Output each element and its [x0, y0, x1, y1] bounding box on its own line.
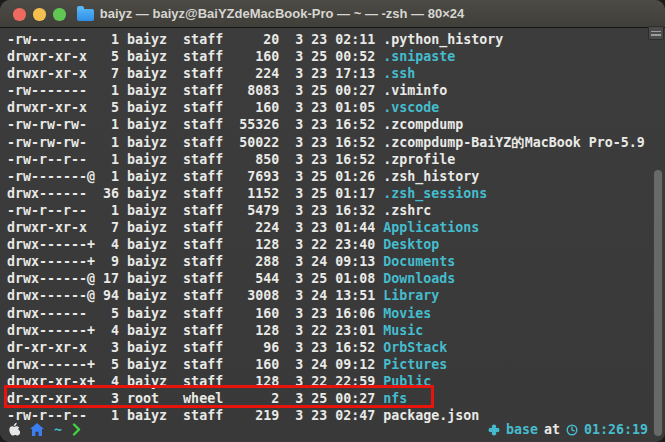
directory-name: OrbStack: [383, 340, 447, 355]
file-row-meta: drwx------+ 4 baiyz staff 128 3 22 23:01: [7, 323, 383, 338]
file-name: .zcompdump: [383, 117, 463, 132]
file-row-meta: -rw-rw-rw- 1 baiyz staff 50022 3 23 16:5…: [7, 135, 383, 150]
file-row: drwxr-xr-x 5 baiyz staff 160 3 25 00:52 …: [7, 48, 665, 65]
directory-name: .ssh: [383, 66, 415, 81]
home-icon: [30, 423, 44, 436]
file-row-meta: -rw-------@ 1 baiyz staff 7693 3 25 01:2…: [7, 169, 383, 184]
file-name: .python_history: [383, 32, 503, 47]
file-row-meta: drwx------@ 94 baiyz staff 3008 3 24 13:…: [7, 288, 383, 303]
file-row-meta: drwxr-xr-x 5 baiyz staff 160 3 23 01:05: [7, 100, 383, 115]
prompt-time: 01:26:19: [584, 422, 648, 437]
file-row: drwx------+ 4 baiyz staff 128 3 22 23:40…: [7, 236, 665, 253]
window-title: baiyz — baiyz@BaiYZdeMacBook-Pro — ~ — -…: [100, 6, 465, 21]
close-button[interactable]: [13, 8, 26, 21]
file-name: .zsh_history: [383, 169, 479, 184]
title-bar[interactable]: baiyz — baiyz@BaiYZdeMacBook-Pro — ~ — -…: [0, 0, 665, 28]
file-row: -rw-r--r-- 1 baiyz staff 850 3 23 16:52 …: [7, 151, 665, 168]
conda-flower-icon: [488, 424, 500, 436]
file-row-meta: dr-xr-xr-x 3 baiyz staff 96 3 23 16:52: [7, 340, 383, 355]
directory-name: Desktop: [383, 237, 439, 252]
zoom-button[interactable]: [53, 8, 66, 21]
clock-icon: [566, 424, 578, 436]
folder-icon: [77, 9, 94, 21]
file-row-meta: drwxr-xr-x 7 baiyz staff 224 3 23 01:44: [7, 220, 383, 235]
highlight-box: [4, 385, 434, 408]
file-row-meta: drwx------ 5 baiyz staff 160 3 23 16:06: [7, 306, 383, 321]
file-name: .viminfo: [383, 83, 447, 98]
chevron-right-icon: [72, 423, 81, 436]
file-row: -rw-------@ 1 baiyz staff 7693 3 25 01:2…: [7, 168, 665, 185]
directory-name: .zsh_sessions: [383, 186, 487, 201]
file-row: -rw-r--r-- 1 baiyz staff 5479 3 23 16:32…: [7, 202, 665, 219]
directory-name: Movies: [383, 306, 431, 321]
file-row-meta: drwx------@ 17 baiyz staff 544 3 25 01:0…: [7, 271, 383, 286]
conda-env-label: base: [506, 422, 538, 437]
file-row-meta: drwx------+ 4 baiyz staff 128 3 22 23:40: [7, 237, 383, 252]
file-row-meta: -rw------- 1 baiyz staff 8083 3 25 00:27: [7, 83, 383, 98]
file-row-meta: drwx------+ 5 baiyz staff 160 3 24 09:12: [7, 357, 383, 372]
file-row-meta: drwxr-xr-x 5 baiyz staff 160 3 25 00:52: [7, 49, 383, 64]
traffic-lights: [13, 8, 66, 21]
terminal-body[interactable]: -rw------- 1 baiyz staff 20 3 23 02:11 .…: [0, 29, 665, 442]
file-row: -rw-rw-rw- 1 baiyz staff 50022 3 23 16:5…: [7, 134, 665, 151]
prompt-right: base at 01:26:19: [488, 422, 648, 437]
directory-name: Music: [383, 323, 423, 338]
directory-name: Documents: [383, 254, 455, 269]
directory-name: .snipaste: [383, 49, 455, 64]
file-row: -rw------- 1 baiyz staff 8083 3 25 00:27…: [7, 82, 665, 99]
file-listing: -rw------- 1 baiyz staff 20 3 23 02:11 .…: [0, 29, 665, 424]
scrollbar-thumb[interactable]: [653, 169, 663, 437]
directory-name: Applications: [383, 220, 479, 235]
file-name: .zshrc: [383, 203, 431, 218]
apple-icon: [7, 422, 20, 437]
minimize-button[interactable]: [33, 8, 46, 21]
directory-name: Pictures: [383, 357, 447, 372]
prompt-left: ~: [7, 422, 81, 437]
file-row: drwxr-xr-x 7 baiyz staff 224 3 23 01:44 …: [7, 219, 665, 236]
at-label: at: [544, 422, 560, 437]
file-row: drwx------+ 5 baiyz staff 160 3 24 09:12…: [7, 356, 665, 373]
title-group: baiyz — baiyz@BaiYZdeMacBook-Pro — ~ — -…: [77, 6, 465, 21]
file-row: drwx------@ 94 baiyz staff 3008 3 24 13:…: [7, 287, 665, 304]
file-row-meta: drwx------ 36 baiyz staff 1152 3 25 01:1…: [7, 186, 383, 201]
file-row-meta: drwx------+ 9 baiyz staff 288 3 24 09:13: [7, 254, 383, 269]
file-row-meta: -rw-r--r-- 1 baiyz staff 5479 3 23 16:32: [7, 203, 383, 218]
file-row: drwxr-xr-x 7 baiyz staff 224 3 23 17:13 …: [7, 65, 665, 82]
directory-name: Library: [383, 288, 439, 303]
file-row-meta: drwxr-xr-x 7 baiyz staff 224 3 23 17:13: [7, 66, 383, 81]
file-row-meta: -rw-rw-rw- 1 baiyz staff 55326 3 23 16:5…: [7, 117, 383, 132]
file-name: .zprofile: [383, 152, 455, 167]
file-row: -rw-rw-rw- 1 baiyz staff 55326 3 23 16:5…: [7, 116, 665, 133]
file-row: -rw------- 1 baiyz staff 20 3 23 02:11 .…: [7, 31, 665, 48]
file-row: drwx------ 5 baiyz staff 160 3 23 16:06 …: [7, 305, 665, 322]
file-row-meta: -rw-r--r-- 1 baiyz staff 850 3 23 16:52: [7, 152, 383, 167]
file-row: drwxr-xr-x 5 baiyz staff 160 3 23 01:05 …: [7, 99, 665, 116]
file-row-meta: -rw------- 1 baiyz staff 20 3 23 02:11: [7, 32, 383, 47]
file-row: drwx------+ 4 baiyz staff 128 3 22 23:01…: [7, 322, 665, 339]
file-row: drwx------@ 17 baiyz staff 544 3 25 01:0…: [7, 270, 665, 287]
directory-name: Downloads: [383, 271, 455, 286]
split-pane-button[interactable]: [648, 26, 664, 40]
file-row: drwx------ 36 baiyz staff 1152 3 25 01:1…: [7, 185, 665, 202]
terminal-window: baiyz — baiyz@BaiYZdeMacBook-Pro — ~ — -…: [0, 0, 665, 442]
prompt-line: ~ base at 01:26:19: [7, 421, 648, 438]
file-row: drwx------+ 9 baiyz staff 288 3 24 09:13…: [7, 253, 665, 270]
directory-name: .vscode: [383, 100, 439, 115]
prompt-path: ~: [54, 422, 62, 437]
file-row: dr-xr-xr-x 3 baiyz staff 96 3 23 16:52 O…: [7, 339, 665, 356]
file-name: .zcompdump-BaiYZ的MacBook Pro-5.9: [383, 135, 644, 150]
